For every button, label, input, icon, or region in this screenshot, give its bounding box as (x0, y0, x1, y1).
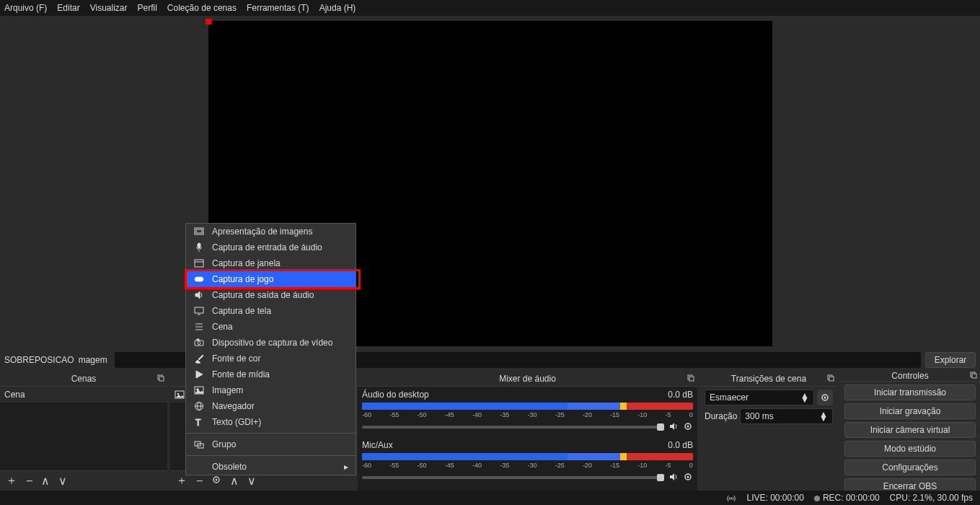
group-icon (193, 439, 205, 450)
svg-rect-24 (195, 260, 203, 267)
scene-item[interactable]: Cena (0, 387, 167, 403)
controls-title-label: Controles (891, 371, 928, 381)
camera-icon (193, 337, 205, 348)
globe-icon (193, 400, 205, 412)
channel-desktop-controls (362, 421, 693, 433)
list-icon (193, 321, 205, 333)
scenes-title: Cenas (0, 371, 167, 387)
svg-rect-27 (195, 307, 203, 313)
mixer-dock: Mixer de áudio Áudio do desktop 0.0 dB -… (358, 371, 697, 491)
text-icon: T (193, 416, 205, 428)
svg-rect-1 (159, 377, 164, 381)
transition-settings-button[interactable] (817, 390, 833, 405)
transition-duration-input[interactable]: 300 ms ▲▼ (740, 408, 833, 424)
channel-desktop-meter (362, 403, 693, 410)
ctx-text[interactable]: TTexto (GDI+) (186, 414, 356, 430)
menu-ferramentas[interactable]: Ferramentas (T) (247, 3, 309, 13)
channel-mic-name: Mic/Aux (362, 440, 393, 450)
popout-icon[interactable] (687, 374, 694, 384)
transition-select[interactable]: Esmaecer ▲▼ (705, 390, 814, 405)
filename-suffix-label: magem (79, 355, 107, 365)
ctx-image[interactable]: Imagem (186, 382, 356, 398)
controls-dock: Controles Iniciar transmissão Iniciar gr… (840, 371, 980, 491)
mixer-body: Áudio do desktop 0.0 dB -60-55-50-45-40-… (358, 387, 697, 491)
gamepad-icon (193, 273, 205, 285)
transitions-title-label: Transições de cena (731, 374, 806, 384)
settings-button[interactable]: Configurações (844, 460, 976, 475)
gear-icon[interactable] (683, 472, 693, 484)
studio-mode-button[interactable]: Modo estúdio (844, 441, 976, 457)
ctx-slideshow[interactable]: Apresentação de imagens (186, 224, 356, 240)
mixer-title: Mixer de áudio (358, 371, 697, 387)
scenes-title-label: Cenas (71, 374, 97, 384)
ctx-audio-input[interactable]: Captura de entrada de áudio (186, 240, 356, 255)
ctx-color-source[interactable]: Fonte de cor (186, 351, 356, 366)
speaker-icon[interactable] (668, 421, 679, 434)
speaker-icon[interactable] (668, 472, 679, 484)
mixer-title-label: Mixer de áudio (499, 374, 556, 384)
menu-colecao[interactable]: Coleção de cenas (167, 3, 237, 13)
popout-icon[interactable] (157, 374, 164, 384)
start-record-button[interactable]: Iniciar gravação (844, 403, 976, 419)
menu-ajuda[interactable]: Ajuda (H) (319, 3, 356, 13)
menu-visualizar[interactable]: Visualizar (90, 3, 128, 13)
transitions-body: Esmaecer ▲▼ Duração 300 ms ▲▼ (700, 387, 837, 491)
ctx-game-capture[interactable]: Captura de jogo (186, 271, 356, 287)
ctx-obsolete[interactable]: Obsoleto▸ (186, 459, 356, 475)
source-up-button[interactable]: ∧ (230, 474, 239, 488)
ctx-video-capture[interactable]: Dispositivo de captura de vídeo (186, 335, 356, 351)
svg-text:T: T (195, 418, 201, 427)
menu-perfil[interactable]: Perfil (138, 3, 157, 13)
ctx-scene[interactable]: Cena (186, 319, 356, 335)
meter-ticks: -60-55-50-45-40-35-30-25-20-15-10-50 (362, 411, 693, 418)
svg-rect-34 (197, 339, 199, 341)
explore-button[interactable]: Explorar (925, 352, 976, 368)
record-indicator-icon (814, 496, 820, 501)
add-scene-button[interactable]: ＋ (6, 473, 17, 488)
start-stream-button[interactable]: Iniciar transmissão (844, 385, 976, 400)
popout-icon[interactable] (970, 371, 977, 381)
ctx-browser[interactable]: Navegador (186, 398, 356, 414)
svg-rect-9 (689, 377, 694, 381)
menu-arquivo[interactable]: Arquivo (F) (4, 3, 47, 13)
svg-point-7 (216, 478, 218, 480)
brush-icon (193, 353, 205, 364)
preview-area (0, 16, 980, 347)
svg-rect-23 (198, 243, 200, 248)
gear-icon[interactable] (683, 421, 693, 434)
channel-desktop-header: Áudio do desktop 0.0 dB (362, 390, 693, 400)
menu-editar[interactable]: Editar (57, 3, 79, 13)
window-icon (193, 258, 205, 269)
svg-point-33 (198, 342, 200, 345)
separator (186, 455, 356, 456)
ctx-display-capture[interactable]: Captura de tela (186, 303, 356, 319)
monitor-icon (193, 305, 205, 317)
svg-rect-19 (972, 374, 976, 378)
channel-desktop-volume-slider[interactable] (362, 426, 664, 429)
scene-up-button[interactable]: ∧ (41, 474, 50, 488)
remove-source-button[interactable]: − (196, 475, 203, 488)
start-virtualcam-button[interactable]: Iniciar câmera virtual (844, 422, 976, 438)
svg-rect-26 (195, 277, 203, 281)
ctx-group[interactable]: Grupo (186, 436, 356, 452)
ctx-window-capture[interactable]: Captura de janela (186, 255, 356, 271)
selection-handle[interactable] (206, 19, 211, 25)
overlay-row: SOBREPOSICAO magem Explorar (0, 348, 980, 371)
popout-icon[interactable] (827, 374, 834, 384)
ctx-audio-output[interactable]: Captura de saída de áudio (186, 287, 356, 303)
ctx-media-source[interactable]: Fonte de mídia (186, 366, 356, 382)
source-props-button[interactable] (211, 475, 221, 488)
svg-point-13 (687, 475, 689, 478)
add-source-context-menu: Apresentação de imagens Captura de entra… (185, 223, 356, 475)
remove-scene-button[interactable]: − (26, 475, 32, 488)
add-source-button[interactable]: ＋ (176, 473, 187, 488)
source-down-button[interactable]: ∨ (247, 474, 256, 488)
svg-rect-15 (829, 377, 834, 381)
scenes-list[interactable]: Cena (0, 387, 167, 470)
scene-down-button[interactable]: ∨ (58, 474, 67, 488)
broadcast-icon (726, 493, 736, 503)
channel-mic-volume-slider[interactable] (362, 476, 664, 479)
submenu-arrow-icon: ▸ (344, 462, 348, 472)
scenes-dock: Cenas Cena ＋ − ∧ ∨ (0, 371, 167, 491)
transition-duration-label: Duração (705, 411, 737, 421)
